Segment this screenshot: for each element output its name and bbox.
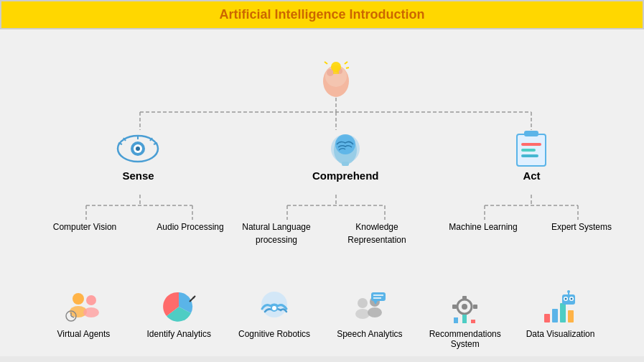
svg-rect-41 (521, 143, 541, 146)
act-chart-icon (508, 129, 555, 168)
svg-rect-75 (560, 303, 566, 322)
identify-analytics-item: Identify Analytics (136, 287, 222, 339)
root-brain-icon (314, 58, 358, 101)
svg-rect-42 (521, 149, 536, 152)
svg-rect-43 (521, 154, 538, 157)
recommendations-system-label: Recommendations System (422, 329, 508, 349)
machine-learning-label: Machine Learning (449, 222, 517, 232)
comprehend-node: Comprehend (312, 129, 379, 182)
speech-analytics-icon (350, 287, 389, 326)
audio-processing-node: Audio Processing (151, 220, 230, 233)
comprehend-label: Comprehend (312, 170, 379, 182)
cognitive-robotics-item: Cognitive Robotics (231, 287, 317, 339)
svg-point-83 (567, 290, 570, 293)
svg-line-23 (345, 62, 347, 64)
recommendations-system-item: Recommendations System (422, 287, 508, 349)
svg-point-29 (136, 147, 140, 151)
svg-point-55 (272, 306, 276, 310)
identify-analytics-label: Identify Analytics (147, 329, 211, 339)
svg-point-65 (462, 304, 467, 310)
header-title: Artificial Intelligence Introduction (219, 7, 424, 22)
knowledge-rep-label: Knowledge Representation (347, 222, 406, 245)
svg-rect-70 (454, 317, 458, 323)
main-content: Sense Comprehend (0, 29, 644, 356)
speech-analytics-label: Speech Analytics (337, 329, 402, 339)
virtual-agents-label: Virtual Agents (57, 329, 110, 339)
recommendations-system-icon (445, 287, 485, 326)
svg-line-25 (346, 68, 349, 68)
svg-rect-22 (333, 71, 339, 74)
speech-analytics-item: Speech Analytics (327, 287, 413, 339)
svg-rect-60 (371, 292, 386, 301)
sense-label: Sense (122, 170, 154, 182)
svg-rect-68 (452, 305, 457, 309)
nlp-label: Natural Language processing (242, 222, 310, 245)
svg-point-44 (73, 293, 84, 305)
diagram-area: Sense Comprehend (14, 37, 630, 281)
svg-rect-40 (524, 131, 538, 136)
audio-processing-label: Audio Processing (157, 222, 223, 232)
machine-learning-node: Machine Learning (444, 220, 523, 233)
identify-analytics-icon (159, 287, 199, 326)
cognitive-robotics-label: Cognitive Robotics (238, 329, 310, 339)
eye-icon (115, 129, 162, 168)
svg-rect-74 (552, 309, 558, 322)
svg-rect-73 (544, 314, 550, 322)
knowledge-rep-node: Knowledge Representation (341, 220, 413, 246)
sense-node: Sense (115, 129, 162, 182)
svg-point-80 (565, 297, 567, 300)
expert-systems-node: Expert Systems (542, 220, 621, 233)
svg-rect-66 (462, 296, 467, 300)
root-node (314, 58, 358, 101)
svg-point-47 (83, 307, 99, 317)
computer-vision-node: Computer Vision (49, 220, 121, 233)
comprehend-brain-icon (322, 129, 369, 168)
svg-point-59 (368, 307, 382, 317)
page-header: Artificial Intelligence Introduction (0, 0, 644, 29)
svg-point-56 (358, 298, 368, 308)
act-node: Act (508, 129, 555, 182)
svg-point-37 (335, 134, 355, 154)
svg-point-81 (571, 297, 573, 300)
svg-point-57 (355, 309, 370, 319)
data-visualization-icon (541, 287, 580, 326)
svg-rect-72 (471, 320, 475, 323)
data-visualization-label: Data Visualization (526, 329, 595, 339)
svg-rect-76 (568, 310, 574, 322)
svg-rect-69 (473, 305, 477, 309)
virtual-agents-icon (64, 287, 103, 326)
act-label: Act (523, 170, 540, 182)
nlp-node: Natural Language processing (241, 220, 312, 246)
bottom-row: Virtual Agents Identify Analytics (14, 281, 630, 349)
data-visualization-item: Data Visualization (518, 287, 604, 339)
svg-point-46 (86, 295, 96, 305)
virtual-agents-item: Virtual Agents (40, 287, 126, 339)
computer-vision-label: Computer Vision (53, 222, 117, 232)
svg-point-21 (331, 62, 341, 72)
svg-rect-71 (462, 315, 467, 323)
svg-line-24 (325, 62, 327, 64)
expert-systems-label: Expert Systems (551, 222, 612, 232)
cognitive-robotics-icon (255, 287, 294, 326)
svg-rect-38 (342, 162, 349, 166)
